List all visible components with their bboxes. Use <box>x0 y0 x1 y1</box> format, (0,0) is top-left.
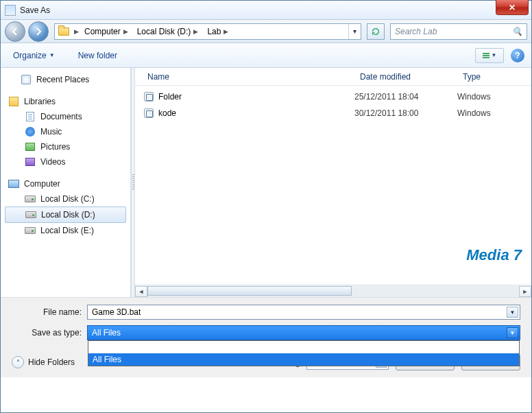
pictures-icon <box>24 141 36 152</box>
file-name: Folder <box>158 92 354 102</box>
chevron-right-icon: ▶ <box>123 28 128 35</box>
list-view-icon <box>483 53 489 58</box>
filename-input[interactable]: Game 3D.bat ▼ <box>87 305 520 320</box>
file-row[interactable]: Folder 25/12/2011 18:04 Windows <box>135 88 531 105</box>
scroll-right-button[interactable]: ► <box>519 286 531 297</box>
search-icon: 🔍 <box>512 27 522 36</box>
recent-icon <box>20 74 32 85</box>
new-folder-button[interactable]: New folder <box>73 48 123 63</box>
videos-icon <box>24 156 36 167</box>
file-name: kode <box>158 108 354 118</box>
breadcrumb-drive-d[interactable]: Local Disk (D:)▶ <box>133 24 204 39</box>
arrow-left-icon <box>10 26 21 37</box>
nav-row: ▶ Computer▶ Local Disk (D:)▶ Lab▶ ▾ Sear… <box>1 20 531 43</box>
chevron-right-icon: ▶ <box>193 28 198 35</box>
scroll-thumb[interactable] <box>147 286 352 296</box>
computer-icon <box>8 178 20 189</box>
batch-file-icon <box>142 107 156 119</box>
sidebar-item-drive-d[interactable]: Local Disk (D:) <box>5 206 126 223</box>
chevron-down-icon: ▼ <box>492 52 497 58</box>
folder-icon <box>56 25 71 38</box>
drive-icon <box>25 209 37 220</box>
batch-file-icon <box>142 91 156 103</box>
search-input[interactable]: Search Lab 🔍 <box>390 23 527 40</box>
save-as-dialog: Save As ✕ ▶ Computer▶ Local Disk (D:)▶ L… <box>0 0 532 413</box>
chevron-right-icon: ▶ <box>74 28 79 35</box>
saveastype-option-all[interactable]: All Files <box>88 353 519 366</box>
close-button[interactable]: ✕ <box>496 0 529 15</box>
filename-label: File name: <box>12 307 87 317</box>
breadcrumb-computer[interactable]: Computer▶ <box>80 24 133 39</box>
organize-button[interactable]: Organize▼ <box>8 48 60 63</box>
arrow-right-icon <box>33 26 44 37</box>
column-header-date[interactable]: Date modified <box>354 72 457 82</box>
saveastype-value: All Files <box>92 328 121 338</box>
saveastype-option-txt[interactable]: Text Documents (*.txt) <box>88 341 519 353</box>
filename-row: File name: Game 3D.bat ▼ <box>12 305 520 320</box>
chevron-down-icon: ▼ <box>49 52 55 58</box>
sidebar-item-recent[interactable]: Recent Places <box>1 72 130 87</box>
hide-folders-button[interactable]: ˄ Hide Folders <box>12 356 75 368</box>
chevron-down-icon[interactable]: ▼ <box>507 307 518 318</box>
view-mode-button[interactable]: ▼ <box>475 48 504 63</box>
saveastype-dropdown: Text Documents (*.txt) All Files <box>88 340 520 366</box>
drive-icon <box>24 193 36 204</box>
forward-button[interactable] <box>28 21 49 42</box>
help-icon: ? <box>515 51 520 60</box>
saveastype-row: Save as type: All Files ▼ Text Documents… <box>12 325 520 340</box>
drive-icon <box>24 225 36 236</box>
sidebar-group-libraries[interactable]: Libraries <box>1 94 130 109</box>
sidebar-item-drive-e[interactable]: Local Disk (E:) <box>1 223 130 238</box>
sidebar-item-videos[interactable]: Videos <box>1 154 130 169</box>
saveastype-label: Save as type: <box>12 328 87 338</box>
chevron-down-icon[interactable]: ▼ <box>507 327 518 338</box>
refresh-button[interactable] <box>367 23 385 40</box>
sidebar-item-drive-c[interactable]: Local Disk (C:) <box>1 191 130 206</box>
file-type: Windows <box>457 108 491 118</box>
help-button[interactable]: ? <box>511 49 524 62</box>
address-dropdown[interactable]: ▾ <box>348 24 361 39</box>
chevron-right-icon: ▶ <box>223 28 228 35</box>
back-button[interactable] <box>5 21 25 42</box>
documents-icon <box>24 111 36 122</box>
saveastype-select[interactable]: All Files ▼ Text Documents (*.txt) All F… <box>87 325 520 340</box>
body-split: Recent Places Libraries Documents Music … <box>1 68 531 297</box>
sidebar-item-music[interactable]: Music <box>1 124 130 139</box>
file-row[interactable]: kode 30/12/2011 18:00 Windows <box>135 105 531 121</box>
music-icon <box>24 126 36 137</box>
column-header-name[interactable]: Name <box>142 72 354 82</box>
sidebar: Recent Places Libraries Documents Music … <box>1 68 131 297</box>
address-bar[interactable]: ▶ Computer▶ Local Disk (D:)▶ Lab▶ ▾ <box>54 23 361 40</box>
file-pane: Name Date modified Type Folder 25/12/201… <box>135 68 531 297</box>
sidebar-item-pictures[interactable]: Pictures <box>1 139 130 154</box>
watermark: Media 7 <box>466 246 522 264</box>
titlebar: Save As ✕ <box>1 1 531 20</box>
file-date: 30/12/2011 18:00 <box>354 108 457 118</box>
breadcrumb-lab[interactable]: Lab▶ <box>203 24 233 39</box>
horizontal-scrollbar[interactable]: ◄ ► <box>135 285 531 297</box>
app-icon <box>5 5 16 16</box>
toolbar: Organize▼ New folder ▼ ? <box>1 43 531 68</box>
libraries-icon <box>8 96 20 107</box>
sidebar-item-documents[interactable]: Documents <box>1 109 130 124</box>
filename-value: Game 3D.bat <box>92 307 141 317</box>
window-title: Save As <box>20 5 50 15</box>
sidebar-group-computer[interactable]: Computer <box>1 176 130 191</box>
form-area: File name: Game 3D.bat ▼ Save as type: A… <box>1 297 531 350</box>
chevron-up-icon: ˄ <box>12 356 24 368</box>
column-headers: Name Date modified Type <box>135 68 531 86</box>
refresh-icon <box>371 27 380 36</box>
file-date: 25/12/2011 18:04 <box>354 92 457 102</box>
scroll-track[interactable] <box>147 286 519 297</box>
search-placeholder: Search Lab <box>395 27 437 36</box>
close-icon: ✕ <box>509 3 516 12</box>
scroll-left-button[interactable]: ◄ <box>135 286 147 297</box>
file-type: Windows <box>457 92 491 102</box>
column-header-type[interactable]: Type <box>457 72 531 82</box>
